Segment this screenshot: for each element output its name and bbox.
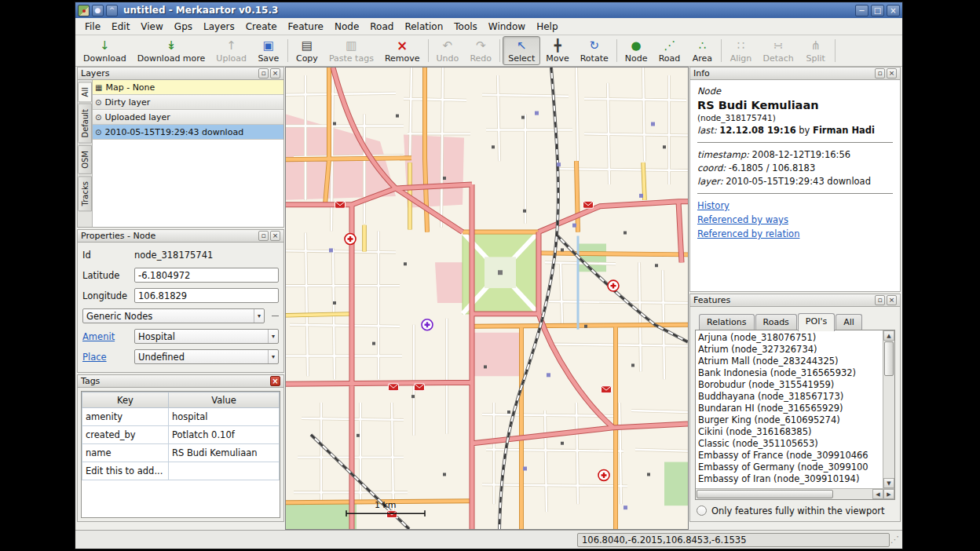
menu-tools[interactable]: Tools [448, 19, 483, 35]
paste-tags-button[interactable]: ▥ Paste tags [324, 36, 379, 65]
tab-pois[interactable]: POI's [798, 313, 835, 331]
place-combo[interactable]: Undefined ▾ [134, 349, 279, 364]
dock-close-icon[interactable]: × [887, 68, 897, 78]
post-office-icon[interactable] [602, 386, 612, 393]
map-canvas[interactable]: 1 km [286, 68, 688, 529]
upload-button[interactable]: ↑ Upload [210, 36, 252, 65]
download-button[interactable]: ↓ Download [78, 36, 132, 65]
table-row[interactable]: created_by Potlatch 0.10f [82, 426, 280, 444]
dock-float-icon[interactable]: ▫ [875, 295, 885, 305]
scroll-up-icon[interactable]: ▲ [883, 330, 894, 341]
hospital-icon[interactable] [345, 234, 356, 245]
map-view[interactable]: 1 km [285, 67, 689, 530]
amenity-link[interactable]: Amenit [82, 331, 130, 342]
list-item[interactable]: Cikini (node_316168385) [698, 426, 883, 438]
menu-layers[interactable]: Layers [198, 19, 240, 35]
close-button[interactable]: × [887, 5, 900, 16]
menu-feature[interactable]: Feature [283, 19, 329, 35]
dock-float-icon[interactable]: ▫ [258, 231, 269, 241]
dock-float-icon[interactable]: ▫ [875, 68, 885, 78]
post-office-icon[interactable] [415, 384, 425, 391]
tab-all[interactable]: All [836, 314, 862, 330]
layers-tab-default[interactable]: Default [78, 104, 92, 144]
maximize-button[interactable]: □ [871, 5, 884, 16]
remove-button[interactable]: × Remove [379, 36, 426, 65]
list-item[interactable]: Embassy of France (node_309910466 [698, 450, 883, 462]
menu-road[interactable]: Road [364, 19, 399, 35]
list-item[interactable]: Arjuna (node_318076751) [698, 332, 883, 344]
hospital-icon[interactable] [598, 470, 609, 481]
select-button[interactable]: ↖ Select [503, 36, 540, 65]
scrollbar-thumb[interactable] [697, 490, 833, 498]
road-button[interactable]: ⋰ Road [653, 36, 686, 65]
tags-key-header[interactable]: Key [82, 392, 169, 408]
node-button[interactable]: ● Node [620, 36, 653, 65]
list-item[interactable]: Embassy of Iran (node_309910194) [698, 473, 883, 485]
titlebar[interactable]: ● ^ untitled - Merkaartor v0.15.3 − □ × [75, 2, 902, 18]
place-link[interactable]: Place [82, 352, 130, 363]
referenced-by-ways-link[interactable]: Referenced by ways [697, 214, 893, 225]
undo-button[interactable]: ↶ Undo [431, 36, 465, 65]
selected-node-icon[interactable] [422, 319, 433, 330]
resize-grip-icon[interactable]: ⋰ [890, 534, 900, 546]
horizontal-scrollbar[interactable]: ◀ ▶ [696, 488, 894, 499]
list-item[interactable]: Atrium (node_327326734) [698, 344, 883, 356]
viewport-filter-checkbox[interactable] [697, 505, 707, 516]
menu-node[interactable]: Node [329, 19, 364, 35]
table-row[interactable]: amenity hospital [82, 408, 280, 426]
redo-button[interactable]: ↷ Redo [464, 36, 497, 65]
post-office-icon[interactable] [583, 201, 594, 208]
menu-create[interactable]: Create [240, 19, 283, 35]
latitude-field[interactable] [134, 268, 279, 283]
list-item[interactable]: Embassy of Germany (node_3099100 [698, 462, 883, 473]
layer-item-map-none[interactable]: ▦ Map - None [93, 80, 283, 95]
eye-icon[interactable]: ⊙ [95, 113, 101, 122]
tab-relations[interactable]: Relations [699, 314, 755, 330]
scroll-right-icon[interactable]: ▶ [883, 489, 894, 499]
scrollbar-thumb[interactable] [884, 341, 894, 376]
move-button[interactable]: ╋ Move [540, 36, 575, 65]
list-item[interactable]: Buddhayana (node_318567173) [698, 391, 883, 403]
dock-float-icon[interactable]: ▫ [258, 68, 269, 78]
tags-close-icon[interactable]: × [270, 376, 280, 386]
layer-item-dirty[interactable]: ⊙ Dirty layer [93, 95, 283, 110]
minimize-button[interactable]: − [855, 5, 868, 16]
dock-close-icon[interactable]: × [270, 231, 280, 241]
align-button[interactable]: ∷ Align [724, 36, 757, 65]
history-link[interactable]: History [697, 200, 893, 211]
post-office-icon[interactable] [335, 201, 346, 208]
list-item[interactable]: Bundaran HI (node_316565929) [698, 403, 883, 414]
amenity-combo[interactable]: Hospital ▾ [134, 329, 279, 344]
scroll-down-icon[interactable]: ▼ [883, 478, 894, 488]
list-item[interactable]: Burger King (node_610695274) [698, 414, 883, 426]
post-office-icon[interactable] [387, 511, 397, 518]
tags-value-header[interactable]: Value [169, 392, 280, 408]
layer-item-uploaded[interactable]: ⊙ Uploaded layer [93, 110, 283, 125]
split-button[interactable]: ⋔ Split [799, 36, 832, 65]
tab-roads[interactable]: Roads [755, 314, 797, 330]
titlebar-pin-icon[interactable]: ● [92, 5, 104, 16]
dock-close-icon[interactable]: × [270, 68, 280, 78]
menu-file[interactable]: File [79, 19, 106, 35]
rotate-button[interactable]: ↻ Rotate [575, 36, 614, 65]
layers-tab-osm[interactable]: OSM [78, 145, 92, 174]
list-item[interactable]: Borobudur (node_315541959) [698, 379, 883, 391]
vertical-scrollbar[interactable]: ▲ ▼ [883, 330, 894, 488]
eye-icon[interactable]: ⊙ [95, 128, 101, 137]
scroll-left-icon[interactable]: ◀ [872, 489, 883, 499]
table-row[interactable]: name RS Budi Kemuliaan [82, 444, 280, 462]
viewport-coordinates-field[interactable]: 106.8040,-6.2015,106.8453,-6.1535 [577, 533, 890, 547]
menu-help[interactable]: Help [531, 19, 563, 35]
menu-edit[interactable]: Edit [106, 19, 135, 35]
layers-tab-tracks[interactable]: Tracks [78, 176, 92, 211]
list-item[interactable]: Classic (node_351105653) [698, 438, 883, 450]
list-item[interactable]: Bank Indonesia (node_316565932) [698, 367, 883, 379]
save-button[interactable]: ▣ Save [252, 36, 285, 65]
menu-relation[interactable]: Relation [399, 19, 448, 35]
titlebar-shade-icon[interactable]: ^ [106, 5, 118, 16]
detach-button[interactable]: ∺ Detach [757, 36, 799, 65]
hospital-icon[interactable] [608, 280, 619, 291]
download-more-button[interactable]: ↡ Download more [132, 36, 211, 65]
table-row[interactable]: Edit this to add... [82, 462, 280, 480]
dock-close-icon[interactable]: × [887, 295, 897, 305]
